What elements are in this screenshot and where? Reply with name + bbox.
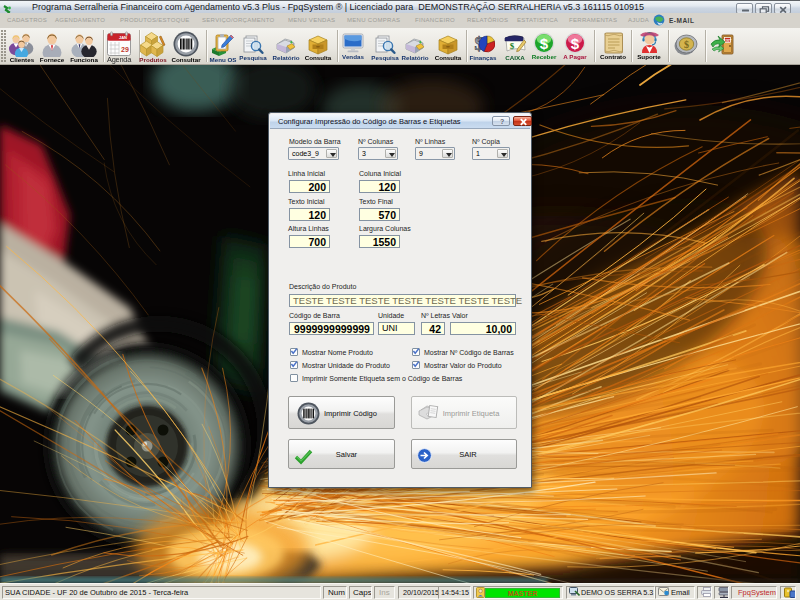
- svg-text:JAN: JAN: [119, 35, 127, 40]
- svg-text:$: $: [509, 41, 514, 51]
- svg-text:$: $: [571, 35, 580, 52]
- svg-text:$: $: [540, 35, 549, 52]
- svg-text:29: 29: [121, 46, 129, 53]
- svg-text:$: $: [684, 39, 689, 50]
